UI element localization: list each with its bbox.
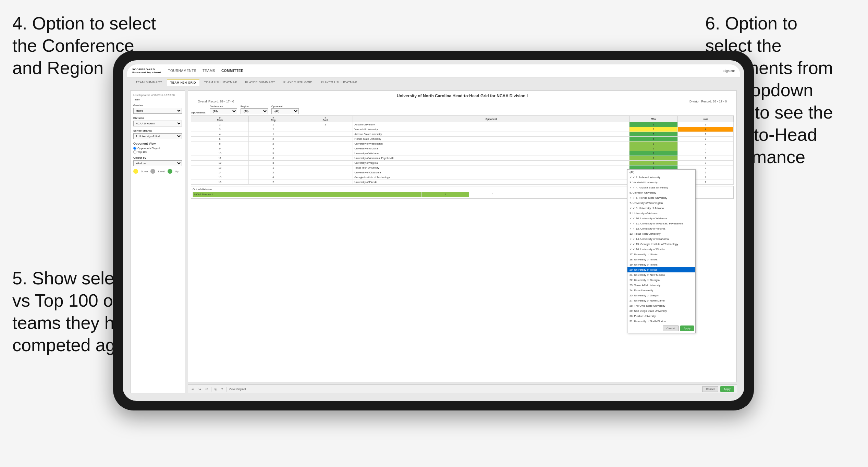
dropdown-item[interactable]: 23. Texas A&M University xyxy=(627,283,695,288)
gender-section: Gender Men's xyxy=(133,104,182,114)
cell-reg: 2 xyxy=(249,180,298,185)
school-label: School (Rank) xyxy=(133,129,182,132)
colour-select[interactable]: Win/loss xyxy=(133,160,182,166)
dropdown-item[interactable]: ✓ 16. University of Florida xyxy=(627,247,695,252)
dropdown-item[interactable]: ✓ 11. University of Arkansas, Fayettevil… xyxy=(627,221,695,226)
cell-reg: 5 xyxy=(249,151,298,156)
cell-reg: 3 xyxy=(249,146,298,151)
dropdown-item[interactable]: 19. University of Illinois xyxy=(627,262,695,267)
copy-btn[interactable]: ⎘ xyxy=(213,387,217,391)
cell-rank: 8 xyxy=(191,142,249,146)
dropdown-item[interactable]: 22. University of Georgia xyxy=(627,278,695,283)
division-select[interactable]: NCAA Division I xyxy=(133,121,182,126)
dropdown-item[interactable]: (All) xyxy=(627,170,695,175)
logo-text: 5COREBOARD xyxy=(132,68,161,71)
dropdown-item[interactable]: 28. The Ohio State University xyxy=(627,303,695,308)
cell-conf xyxy=(298,137,353,142)
dropdown-item[interactable]: ✓ 15. Georgia Institute of Technology xyxy=(627,242,695,247)
dropdown-item[interactable]: 24. Duke University xyxy=(627,288,695,293)
dropdown-item[interactable]: 21. University of New Mexico xyxy=(627,272,695,278)
nav-teams[interactable]: TEAMS xyxy=(203,69,215,73)
tab-h2h-grid[interactable]: TEAM H2H GRID xyxy=(167,79,199,86)
table-row: 2 1 1 Auburn University 2 1 xyxy=(191,122,734,127)
cell-conf xyxy=(298,146,353,151)
cell-loss: 0 xyxy=(677,151,733,156)
undo-btn[interactable]: ↩ xyxy=(191,387,195,391)
dropdown-item[interactable]: ✓ 12. University of Virginia xyxy=(627,226,695,231)
top-nav: 5COREBOARD Powered by cloud TOURNAMENTS … xyxy=(127,64,740,77)
dropdown-item[interactable]: 7. University of Washington xyxy=(627,200,695,206)
region-filter: Region (All) xyxy=(241,105,268,114)
legend-down-dot xyxy=(133,169,138,174)
nav-tournaments[interactable]: TOURNAMENTS xyxy=(168,69,196,73)
tab-player-summary[interactable]: PLAYER SUMMARY xyxy=(242,79,279,85)
left-panel: Last Updated: 4/10/2014 16:55:38 Team Ge… xyxy=(130,90,185,393)
logo: 5COREBOARD Powered by cloud xyxy=(132,68,161,74)
table-row: 10 5 University of Alabama 3 0 xyxy=(191,151,734,156)
cell-opponent: University of Arkansas, Fayetteville xyxy=(353,156,629,161)
tab-player-h2h-heatmap[interactable]: PLAYER H2H HEATMAP xyxy=(317,79,360,85)
th-opponent: Opponent xyxy=(353,116,629,122)
cell-reg: 2 xyxy=(249,137,298,142)
dropdown-item[interactable]: 3. Vanderbilt University xyxy=(627,180,695,185)
dropdown-item[interactable]: ✓ 14. University of Oklahoma xyxy=(627,236,695,242)
dropdown-item[interactable]: 17. University of Illinois xyxy=(627,252,695,257)
dropdown-cancel[interactable]: Cancel xyxy=(663,325,679,331)
cell-opponent: University of Florida xyxy=(353,180,629,185)
dropdown-item[interactable]: ✓ 4. Arizona State University xyxy=(627,185,695,190)
cell-conf: 1 xyxy=(298,122,353,127)
tab-team-summary[interactable]: TEAM SUMMARY xyxy=(132,79,166,85)
th-loss: Loss xyxy=(677,116,733,122)
clock-btn[interactable]: ⏱ xyxy=(219,387,224,391)
dropdown-item[interactable]: 18. University of Illinois xyxy=(627,257,695,262)
view-label: View: Original xyxy=(229,388,246,391)
logo-sub: Powered by cloud xyxy=(132,71,161,74)
region-filter-label: Region xyxy=(241,105,268,108)
h2h-header: University of North Carolina Head-to-Hea… xyxy=(191,94,734,98)
cell-rank: 2 xyxy=(191,122,249,127)
cell-reg: 1 xyxy=(249,122,298,127)
dropdown-item[interactable]: ✓ 8. University of Arizona xyxy=(627,206,695,211)
cell-win: 0 xyxy=(629,127,677,132)
out-division-row: NCAA Division II 1 0 xyxy=(193,192,516,197)
nav-committee[interactable]: COMMITTEE xyxy=(221,69,244,73)
dropdown-item[interactable]: 27. University of Notre Dame xyxy=(627,298,695,303)
tab-player-h2h-grid[interactable]: PLAYER H2H GRID xyxy=(280,79,316,85)
conference-select[interactable]: (All) xyxy=(210,108,237,114)
dropdown-item[interactable]: ✓ 2. Auburn University xyxy=(627,175,695,180)
cell-win: 4 xyxy=(629,137,677,142)
region-select[interactable]: (All) xyxy=(241,108,268,114)
apply-button[interactable]: Apply xyxy=(720,386,734,392)
redo-btn[interactable]: ↪ xyxy=(197,387,202,391)
refresh-btn[interactable]: ↺ xyxy=(204,387,209,391)
cell-conf xyxy=(298,156,353,161)
tab-team-h2h-heatmap[interactable]: TEAM H2H HEATMAP xyxy=(201,79,241,85)
dropdown-item[interactable]: 30. Purdue University xyxy=(627,314,695,319)
conference-filter-label: Conference xyxy=(210,105,237,108)
dropdown-item[interactable]: 25. University of Oregon xyxy=(627,293,695,298)
opponent-select[interactable]: (All) xyxy=(271,108,299,114)
dropdown-item[interactable]: ✓ 6. Florida State University xyxy=(627,195,695,200)
cell-opponent: University of Washington xyxy=(353,142,629,146)
radio-top100[interactable]: Top 100 xyxy=(133,150,182,153)
dropdown-item[interactable]: 29. San Diego State University xyxy=(627,308,695,314)
radio-opponents-played[interactable]: Opponents Played xyxy=(133,147,182,150)
dropdown-item[interactable]: 9. University of Arizona xyxy=(627,211,695,216)
cell-loss: 0 xyxy=(677,146,733,151)
dropdown-item[interactable]: ✓ 10. University of Alabama xyxy=(627,216,695,221)
legend-up-label: Up xyxy=(175,170,179,173)
school-select[interactable]: 1. University of Nort... xyxy=(133,133,182,139)
last-updated: Last Updated: 4/10/2014 16:55:38 xyxy=(133,94,182,97)
opponent-dropdown[interactable]: (All)✓ 2. Auburn University3. Vanderbilt… xyxy=(627,169,696,333)
dropdown-apply[interactable]: Apply xyxy=(680,325,694,331)
nav-signout[interactable]: Sign out xyxy=(723,69,735,73)
dropdown-item[interactable]: 5. Clemson University xyxy=(627,190,695,195)
cancel-button[interactable]: Cancel xyxy=(702,386,718,392)
dropdown-item[interactable]: 31. University of North Florida xyxy=(627,319,695,324)
tablet: 5COREBOARD Powered by cloud TOURNAMENTS … xyxy=(113,51,754,410)
dropdown-item[interactable]: 13. Texas Tech University xyxy=(627,231,695,236)
cell-loss: 1 xyxy=(677,156,733,161)
cell-win: 1 xyxy=(629,161,677,165)
dropdown-item[interactable]: 20. University of Texas xyxy=(627,267,695,272)
gender-select[interactable]: Men's xyxy=(133,108,182,114)
